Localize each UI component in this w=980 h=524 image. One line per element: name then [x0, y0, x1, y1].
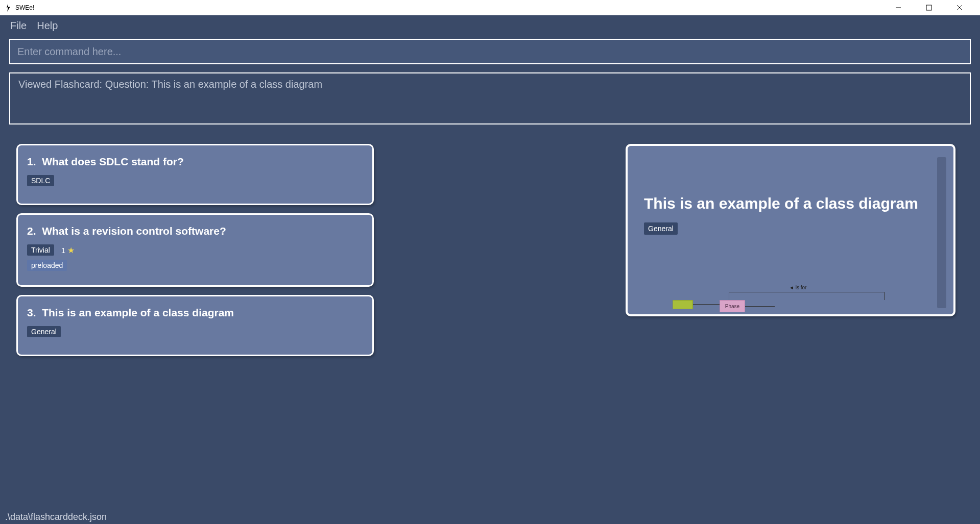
main-area: 1. What does SDLC stand for? SDLC 2. Wha…	[9, 144, 971, 356]
tag: preloaded	[27, 260, 67, 271]
menubar: File Help	[0, 15, 980, 36]
tag-row: Trivial 1 ★	[27, 244, 363, 256]
flashcard-title: 2. What is a revision control software?	[27, 225, 363, 237]
statusbar-path: .\data\flashcarddeck.json	[5, 512, 107, 522]
app-icon	[4, 4, 12, 12]
statusbar: .\data\flashcarddeck.json	[0, 510, 980, 524]
command-input-wrapper	[9, 39, 971, 64]
tag: SDLC	[27, 175, 54, 186]
diagram-label: ◄ is for	[789, 285, 806, 290]
scrollbar[interactable]	[937, 157, 946, 308]
detail-panel: This is an example of a class diagram Ge…	[626, 144, 955, 316]
flashcard-item[interactable]: 1. What does SDLC stand for? SDLC	[16, 144, 374, 205]
window-title: SWEe!	[15, 4, 888, 11]
diagram-box	[673, 300, 693, 309]
close-button[interactable]	[949, 1, 970, 15]
tag-row: SDLC	[27, 175, 363, 186]
cards-list: 1. What does SDLC stand for? SDLC 2. Wha…	[16, 144, 374, 356]
output-text: Viewed Flashcard: Question: This is an e…	[18, 79, 322, 90]
output-box: Viewed Flashcard: Question: This is an e…	[9, 72, 971, 124]
svg-rect-1	[926, 5, 931, 10]
class-diagram: ◄ is for Phase	[673, 284, 902, 314]
maximize-button[interactable]	[919, 1, 939, 15]
window-controls	[888, 1, 976, 15]
flashcard-item[interactable]: 2. What is a revision control software? …	[16, 213, 374, 287]
diagram-line	[745, 306, 775, 307]
diagram-bracket	[729, 292, 885, 300]
menu-file[interactable]: File	[10, 20, 27, 32]
command-input[interactable]	[9, 39, 971, 64]
star-icon: ★	[67, 245, 75, 255]
titlebar: SWEe!	[0, 0, 980, 15]
tag: Trivial	[27, 244, 54, 256]
minimize-button[interactable]	[888, 1, 909, 15]
flashcard-title: 1. What does SDLC stand for?	[27, 156, 363, 168]
diagram-line	[693, 304, 720, 305]
tag-row: preloaded	[27, 260, 363, 271]
menu-help[interactable]: Help	[37, 20, 58, 32]
rating: 1 ★	[61, 245, 75, 255]
tag: General	[644, 222, 678, 235]
tag: General	[27, 326, 61, 337]
diagram-box-phase: Phase	[720, 300, 745, 312]
detail-title: This is an example of a class diagram	[644, 195, 937, 212]
tag-row: General	[27, 326, 363, 337]
flashcard-title: 3. This is an example of a class diagram	[27, 307, 363, 319]
flashcard-item[interactable]: 3. This is an example of a class diagram…	[16, 295, 374, 356]
